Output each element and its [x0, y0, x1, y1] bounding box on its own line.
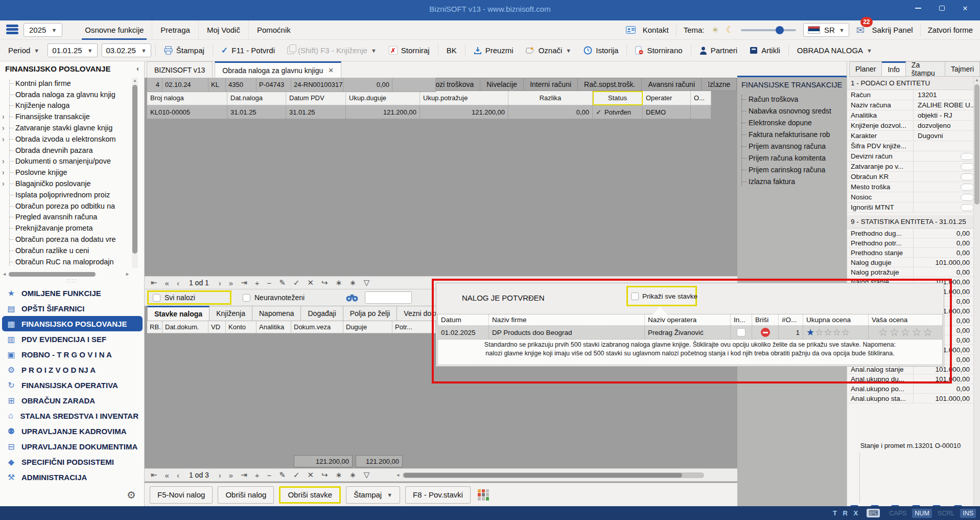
- slider-knob[interactable]: [776, 26, 784, 34]
- sidebar-section-item[interactable]: ▤ OPŠTI ŠIFARNICI: [0, 301, 145, 316]
- info-checkbox[interactable]: [961, 204, 974, 211]
- footer-button[interactable]: F8 - Pov.stavki ▼: [405, 486, 471, 504]
- info-checkbox[interactable]: [961, 184, 974, 191]
- nav-post-icon[interactable]: ✓: [293, 278, 300, 287]
- footer-button[interactable]: Obriši stavke ▼: [279, 486, 341, 504]
- tree-hscrollbar[interactable]: ◄►: [2, 271, 130, 277]
- sidebar-section-item[interactable]: ▣ ROBNO - T R G O V I N A: [0, 347, 145, 362]
- document-type-tab[interactable]: Avansni računi: [642, 78, 702, 91]
- partneri-button[interactable]: Partneri: [695, 43, 742, 57]
- info-panel-tab[interactable]: Planer: [849, 61, 882, 77]
- rating-column-header[interactable]: Vaša ocena: [869, 314, 942, 326]
- sidebar-tree-item[interactable]: › Obračun RuC na maloprodajn: [0, 256, 131, 267]
- expand-arrow-icon[interactable]: ›: [2, 179, 5, 188]
- istorija-button[interactable]: Istorija: [579, 43, 622, 57]
- star-icon[interactable]: ☆: [832, 327, 841, 338]
- sidebar-tree-item[interactable]: › Kontni plan firme: [0, 78, 131, 89]
- overall-rating-stars[interactable]: ★☆☆☆☆: [806, 327, 850, 338]
- sidebar-tree-item[interactable]: › Pregled avansnih računa: [0, 212, 131, 223]
- transaction-type-item[interactable]: Račun troškova: [740, 93, 845, 105]
- detail-tab[interactable]: Knjiženja: [209, 306, 252, 321]
- close-button[interactable]: ✕: [953, 0, 977, 16]
- subtab-scroll-icons[interactable]: ‹›: [707, 80, 721, 88]
- items-column-header[interactable]: Analitika: [256, 321, 291, 333]
- nav-add-icon[interactable]: +: [255, 279, 260, 287]
- search-binoculars-icon[interactable]: [345, 293, 359, 302]
- maximize-button[interactable]: [930, 0, 953, 16]
- statistics-row[interactable]: Anal.ukupno po... 0,00: [847, 384, 974, 394]
- nav-next-page-icon[interactable]: »: [229, 471, 233, 480]
- sidebar-tree-item[interactable]: › Poslovne knjige: [0, 167, 131, 178]
- info-checkbox[interactable]: [961, 173, 974, 180]
- collapse-sidebar-icon[interactable]: ‹: [136, 64, 139, 73]
- nav-edit-icon[interactable]: ✎: [279, 278, 286, 287]
- star-icon[interactable]: ☆: [912, 326, 921, 338]
- statistics-section-title[interactable]: 9 - STATISTIKA ENTITETA - 31.01.25: [847, 215, 974, 229]
- nav-goto-bookmark-icon[interactable]: ∗: [349, 278, 356, 287]
- star-icon[interactable]: ☆: [878, 326, 888, 338]
- artikli-button[interactable]: Artikli: [745, 43, 784, 57]
- nav-last-icon[interactable]: ⇥: [241, 278, 247, 287]
- column-header-status[interactable]: Status: [593, 91, 643, 105]
- date-from-field[interactable]: 01.01.25▼: [48, 43, 97, 57]
- language-select[interactable]: SR ▼: [803, 23, 849, 37]
- statistics-row[interactable]: Nalog duguje 101.000,00: [847, 258, 974, 267]
- sidebar-tree-item[interactable]: › Obračun razlike u ceni: [0, 245, 131, 256]
- statistics-row[interactable]: Anal.ukupno du... 101.000,00: [847, 374, 974, 384]
- footer-button[interactable]: Štampaj ▼: [346, 486, 400, 504]
- statistics-row[interactable]: Prethodno potr... 0,00: [847, 238, 974, 248]
- year-select[interactable]: 2025▼: [24, 23, 62, 37]
- kontakt-button[interactable]: Kontakt: [643, 26, 669, 34]
- expand-arrow-icon[interactable]: ›: [2, 157, 5, 165]
- star-icon[interactable]: ☆: [815, 327, 823, 338]
- info-row[interactable]: Obračun KR: [847, 172, 974, 182]
- transaction-type-item[interactable]: Izlazna faktura: [740, 175, 845, 187]
- statistics-row[interactable]: Nalog potražuje 0,00: [847, 267, 974, 277]
- star-icon[interactable]: ☆: [890, 326, 899, 338]
- rating-column-header[interactable]: Naziv firme: [489, 314, 645, 326]
- theme-slider[interactable]: [741, 29, 796, 31]
- rating-column-header[interactable]: Ukupna ocena: [803, 314, 869, 326]
- detail-tab[interactable]: Polja po želji: [343, 306, 398, 321]
- expand-arrow-icon[interactable]: ›: [2, 135, 5, 143]
- nav-filter-icon[interactable]: ▽: [364, 470, 370, 480]
- sidebar-tree-item[interactable]: › Knjiženje naloga: [0, 100, 131, 111]
- sidebar-tree-item[interactable]: › Blagajničko poslovanje: [0, 178, 131, 189]
- sidebar-section-item[interactable]: ⚉ UPRAVLJANJE KADROVIMA: [0, 423, 145, 439]
- info-checkbox[interactable]: [961, 194, 974, 201]
- sidebar-section-item[interactable]: ★ OMILJENE FUNKCIJE: [0, 285, 145, 301]
- items-column-header[interactable]: Potr...: [392, 321, 436, 333]
- sidebar-section-item[interactable]: ↻ FINANSIJSKA OPERATIVA: [0, 377, 145, 393]
- info-panel-tab[interactable]: Tajmeri: [945, 61, 980, 77]
- quick-search-input[interactable]: [365, 291, 412, 304]
- column-header[interactable]: Ukup.duguje: [346, 91, 420, 105]
- document-type-tab[interactable]: Rač.sopst.trošk.: [578, 78, 642, 91]
- rating-column-header[interactable]: #O...: [779, 314, 803, 326]
- info-checkbox[interactable]: [961, 153, 974, 160]
- nav-post-icon[interactable]: ✓: [293, 470, 300, 480]
- nav-prev-page-icon[interactable]: «: [165, 279, 169, 287]
- info-row[interactable]: Nosioc: [847, 192, 974, 202]
- statistics-row[interactable]: Prethodno stanje 0,00: [847, 248, 974, 258]
- sidebar-section-item[interactable]: ⌂ STALNA SREDSTVA I INVENTAR: [0, 408, 145, 423]
- expand-arrow-icon[interactable]: ›: [2, 112, 5, 121]
- orders-grid-row[interactable]: KL010-00005 31.01.25 31.01.25 121.200,00…: [147, 105, 711, 119]
- oznaci-button[interactable]: Označi▼: [522, 43, 576, 57]
- sidebar-section-item[interactable]: ◆ SPECIFIČNI PODSISTEMI: [0, 454, 145, 469]
- detail-tab[interactable]: Stavke naloga: [147, 306, 209, 321]
- nav-filter-icon[interactable]: ▽: [364, 278, 370, 287]
- statistics-row[interactable]: Anal.ukupno sta... 101.000,00: [847, 394, 974, 403]
- sidebar-tree-item[interactable]: › Isplata poljoprivrednom proiz: [0, 189, 131, 200]
- sidebar-section-item[interactable]: ⚒ ADMINISTRACIJA: [0, 469, 145, 485]
- rating-column-header[interactable]: Datum: [438, 314, 489, 326]
- transaction-type-item[interactable]: Elektronske dopune: [740, 117, 845, 128]
- delete-blocked-icon[interactable]: [761, 328, 770, 337]
- column-header[interactable]: Dat.naloga: [227, 91, 286, 105]
- svi-nalozi-option[interactable]: Svi nalozi: [147, 290, 231, 305]
- transaction-type-item[interactable]: Prijem carinskog računa: [740, 164, 845, 175]
- rating-table-row[interactable]: 01.02.2025 DP Products doo Beograd Predr…: [438, 326, 942, 340]
- detail-tab[interactable]: Napomena: [252, 306, 301, 321]
- nav-cancel-icon[interactable]: ✕: [307, 278, 314, 287]
- column-header[interactable]: O...: [691, 91, 711, 105]
- nav-refresh-icon[interactable]: ↪: [321, 470, 328, 480]
